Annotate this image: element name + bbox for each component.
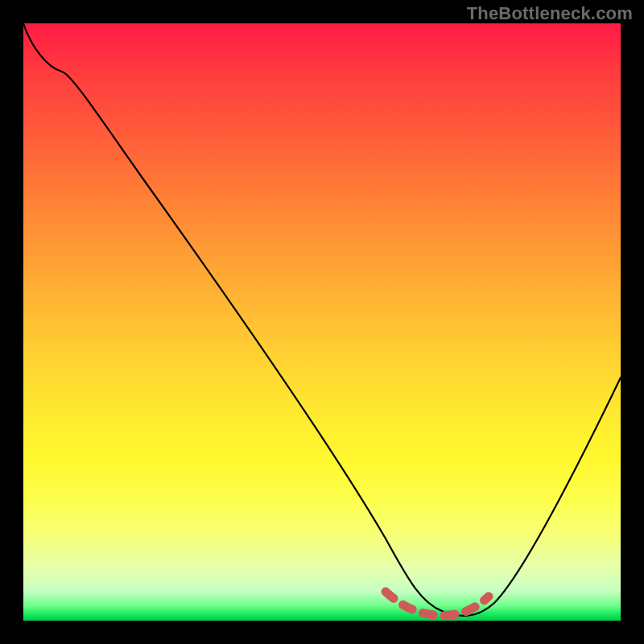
chart-plot-area xyxy=(23,23,621,621)
watermark-text: TheBottleneck.com xyxy=(467,3,633,24)
bottleneck-curve xyxy=(23,23,621,616)
chart-svg xyxy=(23,23,621,621)
trough-highlight xyxy=(386,592,489,615)
